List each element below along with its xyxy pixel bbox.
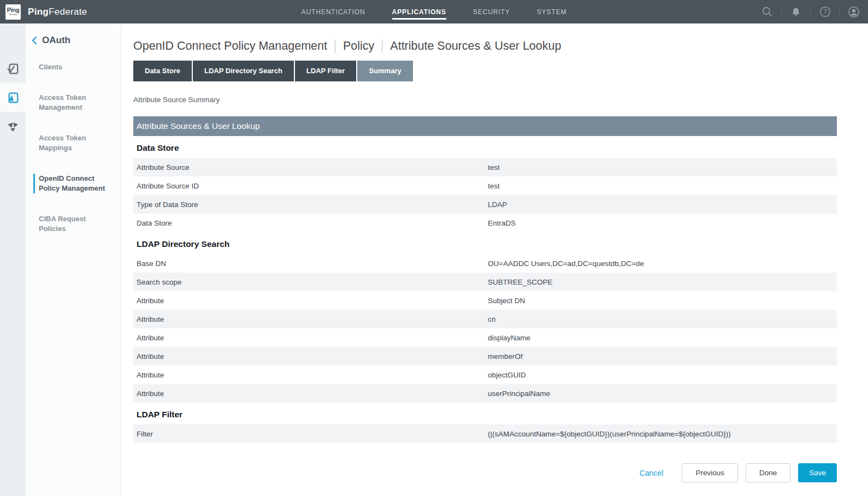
top-navigation-bar: Ping Identity PingFederate AUTHENTICATIO…	[0, 0, 868, 23]
row-value: objectGUID	[488, 371, 837, 379]
row-label: Attribute	[133, 315, 488, 323]
icon-rail	[0, 23, 26, 496]
row-value: userPrincipalName	[488, 389, 837, 398]
ping-logo: Ping Identity	[5, 4, 21, 20]
sidebar-item-openid-connect-policy-management[interactable]: OpenID Connect Policy Management	[33, 174, 121, 193]
cancel-link[interactable]: Cancel	[640, 469, 664, 477]
main-content: OpenID Connect Policy ManagementPolicyAt…	[121, 23, 868, 496]
bookmark-square-icon[interactable]	[0, 83, 26, 112]
back-to-oauth[interactable]: OAuth	[31, 35, 121, 46]
row-value: EntraDS	[488, 219, 837, 227]
sidebar-item-access-token-management[interactable]: Access Token Management	[39, 93, 121, 113]
user-icon[interactable]	[840, 0, 868, 23]
row-label: Attribute	[133, 297, 488, 305]
nav-system[interactable]: SYSTEM	[537, 6, 567, 18]
ping-logo-text: Ping	[7, 7, 20, 13]
chevron-left-icon	[31, 36, 37, 45]
breadcrumb-part: Policy	[343, 39, 374, 53]
sidebar-items: ClientsAccess Token ManagementAccess Tok…	[39, 62, 121, 234]
row-value: memberOf	[488, 352, 837, 361]
tab-ldap-directory-search[interactable]: LDAP Directory Search	[193, 61, 294, 81]
table-row: Search scopeSUBTREE_SCOPE	[133, 273, 837, 291]
row-label: Filter	[133, 430, 488, 438]
oauth-label: OAuth	[42, 35, 70, 46]
row-value: test	[488, 163, 837, 172]
row-value: OU=AADDC Users,DC=ad,DC=questdb,DC=de	[488, 259, 837, 268]
brand[interactable]: Ping Identity PingFederate	[5, 0, 87, 23]
tab-ldap-filter[interactable]: LDAP Filter	[295, 61, 357, 81]
row-value: cn	[488, 315, 837, 323]
sidebar-content: OAuth ClientsAccess Token ManagementAcce…	[26, 23, 121, 496]
sidebar: OAuth ClientsAccess Token ManagementAcce…	[0, 23, 121, 496]
table-row: Attribute Source IDtest	[133, 176, 837, 195]
row-label: Attribute	[133, 389, 488, 398]
nav-authentication[interactable]: AUTHENTICATION	[302, 6, 365, 18]
table-row: Filter(|(sAMAccountName=${objectGUID})(u…	[133, 424, 837, 443]
row-label: Attribute	[133, 334, 488, 342]
page-title: OpenID Connect Policy ManagementPolicyAt…	[133, 39, 837, 53]
table-row: AttributememberOf	[133, 347, 837, 365]
section-heading-ldap-filter: LDAP Filter	[133, 403, 837, 424]
row-value: (|(sAMAccountName=${objectGUID})(userPri…	[488, 430, 837, 438]
row-value: displayName	[488, 334, 837, 342]
summary-label: Attribute Source Summary	[133, 96, 837, 104]
table-row: Type of Data StoreLDAP	[133, 195, 837, 214]
sidebar-item-clients[interactable]: Clients	[39, 62, 121, 72]
row-label: Attribute	[133, 352, 488, 361]
previous-button[interactable]: Previous	[682, 463, 738, 482]
summary-table: Attribute Sources & User Lookup Data Sto…	[133, 116, 837, 443]
row-label: Attribute	[133, 371, 488, 379]
search-icon[interactable]	[753, 0, 781, 23]
tab-data-store[interactable]: Data Store	[133, 61, 192, 81]
row-label: Attribute Source	[133, 163, 488, 172]
primary-nav: AUTHENTICATIONAPPLICATIONSSECURITYSYSTEM	[302, 0, 567, 23]
row-value: test	[488, 182, 837, 190]
breadcrumb-divider	[382, 39, 382, 53]
shield-cluster-icon[interactable]	[0, 112, 26, 141]
table-row: AttributedisplayName	[133, 328, 837, 347]
table-row: Attribute Sourcetest	[133, 158, 837, 176]
save-button[interactable]: Save	[798, 463, 837, 482]
breadcrumb-part: OpenID Connect Policy Management	[133, 39, 327, 53]
tab-summary[interactable]: Summary	[357, 61, 412, 81]
table-header: Attribute Sources & User Lookup	[133, 116, 837, 136]
table-row: Base DNOU=AADDC Users,DC=ad,DC=questdb,D…	[133, 254, 837, 273]
row-label: Type of Data Store	[133, 200, 488, 209]
sidebar-item-ciba-request-policies[interactable]: CIBA Request Policies	[39, 214, 121, 234]
help-icon[interactable]: ?	[811, 0, 839, 23]
table-row: Data StoreEntraDS	[133, 214, 837, 232]
footer-actions: Cancel Previous Done Save	[133, 463, 837, 482]
table-row: Attributecn	[133, 310, 837, 328]
section-heading-data-store: Data Store	[133, 136, 837, 158]
check-square-icon[interactable]	[0, 54, 26, 83]
table-row: AttributeuserPrincipalName	[133, 384, 837, 403]
bell-icon[interactable]	[782, 0, 810, 23]
row-label: Attribute Source ID	[133, 182, 488, 190]
row-value: SUBTREE_SCOPE	[488, 278, 837, 286]
sidebar-item-access-token-mappings[interactable]: Access Token Mappings	[39, 133, 121, 153]
product-name: PingFederate	[28, 7, 87, 17]
breadcrumb-divider	[335, 39, 335, 53]
section-heading-ldap-directory-search: LDAP Directory Search	[133, 232, 837, 254]
table-row: AttributeSubject DN	[133, 291, 837, 310]
row-value: LDAP	[488, 200, 837, 209]
row-label: Data Store	[133, 219, 488, 227]
tab-bar: Data StoreLDAP Directory SearchLDAP Filt…	[133, 61, 837, 81]
topbar-utilities: ?	[753, 0, 868, 23]
svg-text:?: ?	[823, 8, 826, 15]
row-value: Subject DN	[488, 297, 837, 305]
breadcrumb-part: Attribute Sources & User Lookup	[390, 39, 561, 53]
nav-security[interactable]: SECURITY	[473, 6, 510, 18]
table-row: AttributeobjectGUID	[133, 365, 837, 384]
nav-applications[interactable]: APPLICATIONS	[392, 6, 446, 18]
summary-table-body: Data StoreAttribute SourcetestAttribute …	[133, 136, 837, 443]
row-label: Search scope	[133, 278, 488, 286]
done-button[interactable]: Done	[746, 463, 790, 482]
ping-logo-subtext: Identity	[9, 14, 17, 16]
row-label: Base DN	[133, 259, 488, 268]
